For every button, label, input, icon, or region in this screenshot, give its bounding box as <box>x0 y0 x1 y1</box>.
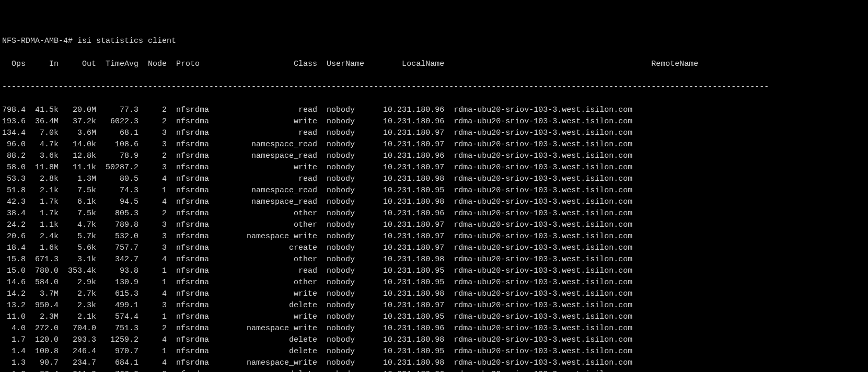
table-row: 51.8 2.1k 7.5k 74.3 1 nfsrdma namespace_… <box>2 185 866 196</box>
table-row: 4.0 272.0 704.0 751.3 2 nfsrdma namespac… <box>2 323 866 334</box>
table-row: 96.0 4.7k 14.0k 108.6 3 nfsrdma namespac… <box>2 139 866 150</box>
table-row: 1.2 86.4 211.2 766.2 2 nfsrdma delete no… <box>2 369 866 372</box>
table-row: 18.4 1.6k 5.6k 757.7 3 nfsrdma create no… <box>2 242 866 254</box>
table-row: 1.7 120.0 293.3 1259.2 4 nfsrdma delete … <box>2 334 866 346</box>
table-row: 88.2 3.6k 12.8k 78.9 2 nfsrdma namespace… <box>2 150 866 162</box>
table-row: 53.3 2.8k 1.3M 80.5 4 nfsrdma read nobod… <box>2 173 866 185</box>
table-row: 14.6 584.0 2.9k 130.9 1 nfsrdma other no… <box>2 277 866 288</box>
prompt-line: NFS-RDMA-AMB-4# isi statistics client <box>2 36 866 47</box>
table-row: 15.0 780.0 353.4k 93.8 1 nfsrdma read no… <box>2 265 866 277</box>
table-row: 15.8 671.3 3.1k 342.7 4 nfsrdma other no… <box>2 254 866 265</box>
table-row: 134.4 7.0k 3.6M 68.1 3 nfsrdma read nobo… <box>2 127 866 139</box>
table-row: 58.0 11.8M 11.1k 50287.2 3 nfsrdma write… <box>2 162 866 173</box>
table-row: 24.2 1.1k 4.7k 789.8 3 nfsrdma other nob… <box>2 219 866 231</box>
table-row: 1.4 100.8 246.4 970.7 1 nfsrdma delete n… <box>2 346 866 357</box>
divider-top: ----------------------------------------… <box>2 82 866 93</box>
host-prompt: NFS-RDMA-AMB-4# <box>2 37 73 45</box>
table-row: 38.4 1.7k 7.5k 805.3 2 nfsrdma other nob… <box>2 208 866 219</box>
rows-container: 798.4 41.5k 20.0M 77.3 2 nfsrdma read no… <box>2 104 866 372</box>
table-row: 14.2 3.7M 2.7k 615.3 4 nfsrdma write nob… <box>2 288 866 300</box>
header-row: Ops In Out TimeAvg Node Proto Class User… <box>2 59 866 70</box>
table-row: 193.6 36.4M 37.2k 6022.3 2 nfsrdma write… <box>2 116 866 127</box>
command: isi statistics client <box>77 37 176 45</box>
table-row: 20.6 2.4k 5.7k 532.0 3 nfsrdma namespace… <box>2 231 866 242</box>
table-row: 11.0 2.3M 2.1k 574.4 1 nfsrdma write nob… <box>2 311 866 323</box>
table-row: 798.4 41.5k 20.0M 77.3 2 nfsrdma read no… <box>2 104 866 116</box>
table-row: 13.2 950.4 2.3k 499.1 3 nfsrdma delete n… <box>2 300 866 311</box>
table-row: 42.3 1.7k 6.1k 94.5 4 nfsrdma namespace_… <box>2 196 866 208</box>
table-row: 1.3 90.7 234.7 684.1 4 nfsrdma namespace… <box>2 357 866 369</box>
